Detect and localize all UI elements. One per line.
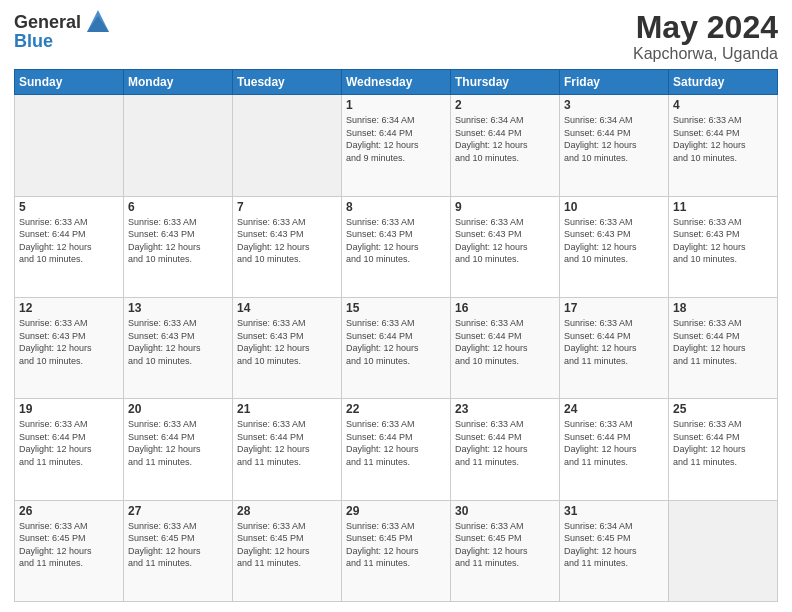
- calendar-day-header: Tuesday: [233, 70, 342, 95]
- day-info: Sunrise: 6:34 AM Sunset: 6:44 PM Dayligh…: [455, 114, 555, 164]
- day-number: 13: [128, 301, 228, 315]
- day-info: Sunrise: 6:33 AM Sunset: 6:43 PM Dayligh…: [19, 317, 119, 367]
- calendar-day-header: Friday: [560, 70, 669, 95]
- calendar-week-row: 12Sunrise: 6:33 AM Sunset: 6:43 PM Dayli…: [15, 297, 778, 398]
- day-number: 20: [128, 402, 228, 416]
- day-info: Sunrise: 6:33 AM Sunset: 6:44 PM Dayligh…: [455, 317, 555, 367]
- calendar-day-cell: 20Sunrise: 6:33 AM Sunset: 6:44 PM Dayli…: [124, 399, 233, 500]
- day-number: 10: [564, 200, 664, 214]
- day-info: Sunrise: 6:33 AM Sunset: 6:44 PM Dayligh…: [19, 216, 119, 266]
- calendar-day-cell: 11Sunrise: 6:33 AM Sunset: 6:43 PM Dayli…: [669, 196, 778, 297]
- day-number: 19: [19, 402, 119, 416]
- day-number: 2: [455, 98, 555, 112]
- calendar-day-cell: 6Sunrise: 6:33 AM Sunset: 6:43 PM Daylig…: [124, 196, 233, 297]
- calendar-day-cell: 2Sunrise: 6:34 AM Sunset: 6:44 PM Daylig…: [451, 95, 560, 196]
- day-info: Sunrise: 6:33 AM Sunset: 6:44 PM Dayligh…: [673, 114, 773, 164]
- calendar-day-header: Wednesday: [342, 70, 451, 95]
- day-info: Sunrise: 6:34 AM Sunset: 6:44 PM Dayligh…: [346, 114, 446, 164]
- calendar-day-cell: 5Sunrise: 6:33 AM Sunset: 6:44 PM Daylig…: [15, 196, 124, 297]
- calendar-day-cell: 12Sunrise: 6:33 AM Sunset: 6:43 PM Dayli…: [15, 297, 124, 398]
- day-number: 5: [19, 200, 119, 214]
- day-number: 18: [673, 301, 773, 315]
- day-info: Sunrise: 6:33 AM Sunset: 6:45 PM Dayligh…: [455, 520, 555, 570]
- calendar-day-header: Saturday: [669, 70, 778, 95]
- day-number: 7: [237, 200, 337, 214]
- day-info: Sunrise: 6:33 AM Sunset: 6:44 PM Dayligh…: [564, 317, 664, 367]
- calendar-day-cell: 8Sunrise: 6:33 AM Sunset: 6:43 PM Daylig…: [342, 196, 451, 297]
- calendar-week-row: 19Sunrise: 6:33 AM Sunset: 6:44 PM Dayli…: [15, 399, 778, 500]
- calendar-day-cell: 7Sunrise: 6:33 AM Sunset: 6:43 PM Daylig…: [233, 196, 342, 297]
- day-number: 4: [673, 98, 773, 112]
- calendar-day-cell: 9Sunrise: 6:33 AM Sunset: 6:43 PM Daylig…: [451, 196, 560, 297]
- page: General Blue May 2024 Kapchorwa, Uganda …: [0, 0, 792, 612]
- day-number: 31: [564, 504, 664, 518]
- calendar-day-cell: 3Sunrise: 6:34 AM Sunset: 6:44 PM Daylig…: [560, 95, 669, 196]
- day-number: 14: [237, 301, 337, 315]
- day-info: Sunrise: 6:33 AM Sunset: 6:45 PM Dayligh…: [128, 520, 228, 570]
- day-info: Sunrise: 6:33 AM Sunset: 6:44 PM Dayligh…: [346, 418, 446, 468]
- calendar-day-cell: 26Sunrise: 6:33 AM Sunset: 6:45 PM Dayli…: [15, 500, 124, 601]
- calendar-day-cell: 23Sunrise: 6:33 AM Sunset: 6:44 PM Dayli…: [451, 399, 560, 500]
- calendar-day-cell: [669, 500, 778, 601]
- location: Kapchorwa, Uganda: [633, 45, 778, 63]
- calendar-day-cell: 14Sunrise: 6:33 AM Sunset: 6:43 PM Dayli…: [233, 297, 342, 398]
- calendar-table: SundayMondayTuesdayWednesdayThursdayFrid…: [14, 69, 778, 602]
- day-info: Sunrise: 6:33 AM Sunset: 6:45 PM Dayligh…: [19, 520, 119, 570]
- calendar-day-cell: 15Sunrise: 6:33 AM Sunset: 6:44 PM Dayli…: [342, 297, 451, 398]
- day-info: Sunrise: 6:33 AM Sunset: 6:45 PM Dayligh…: [346, 520, 446, 570]
- calendar-week-row: 5Sunrise: 6:33 AM Sunset: 6:44 PM Daylig…: [15, 196, 778, 297]
- day-number: 27: [128, 504, 228, 518]
- calendar-day-cell: 27Sunrise: 6:33 AM Sunset: 6:45 PM Dayli…: [124, 500, 233, 601]
- day-number: 17: [564, 301, 664, 315]
- logo-general: General: [14, 12, 81, 32]
- day-number: 22: [346, 402, 446, 416]
- day-info: Sunrise: 6:33 AM Sunset: 6:43 PM Dayligh…: [673, 216, 773, 266]
- logo-blue: Blue: [14, 31, 53, 51]
- calendar-day-cell: 21Sunrise: 6:33 AM Sunset: 6:44 PM Dayli…: [233, 399, 342, 500]
- day-info: Sunrise: 6:33 AM Sunset: 6:44 PM Dayligh…: [455, 418, 555, 468]
- day-info: Sunrise: 6:33 AM Sunset: 6:44 PM Dayligh…: [19, 418, 119, 468]
- day-info: Sunrise: 6:33 AM Sunset: 6:44 PM Dayligh…: [564, 418, 664, 468]
- calendar-day-cell: 19Sunrise: 6:33 AM Sunset: 6:44 PM Dayli…: [15, 399, 124, 500]
- header: General Blue May 2024 Kapchorwa, Uganda: [14, 10, 778, 63]
- calendar-day-cell: [15, 95, 124, 196]
- day-number: 8: [346, 200, 446, 214]
- day-number: 26: [19, 504, 119, 518]
- day-number: 3: [564, 98, 664, 112]
- day-number: 28: [237, 504, 337, 518]
- calendar-day-cell: 31Sunrise: 6:34 AM Sunset: 6:45 PM Dayli…: [560, 500, 669, 601]
- day-number: 25: [673, 402, 773, 416]
- calendar-day-cell: 22Sunrise: 6:33 AM Sunset: 6:44 PM Dayli…: [342, 399, 451, 500]
- day-info: Sunrise: 6:33 AM Sunset: 6:43 PM Dayligh…: [128, 216, 228, 266]
- logo-icon: [83, 6, 113, 36]
- calendar-day-cell: 29Sunrise: 6:33 AM Sunset: 6:45 PM Dayli…: [342, 500, 451, 601]
- day-info: Sunrise: 6:33 AM Sunset: 6:44 PM Dayligh…: [673, 418, 773, 468]
- day-number: 11: [673, 200, 773, 214]
- calendar-day-header: Sunday: [15, 70, 124, 95]
- calendar-day-cell: [124, 95, 233, 196]
- calendar-day-cell: 16Sunrise: 6:33 AM Sunset: 6:44 PM Dayli…: [451, 297, 560, 398]
- day-number: 9: [455, 200, 555, 214]
- day-info: Sunrise: 6:33 AM Sunset: 6:44 PM Dayligh…: [128, 418, 228, 468]
- day-info: Sunrise: 6:33 AM Sunset: 6:43 PM Dayligh…: [564, 216, 664, 266]
- calendar-day-cell: 18Sunrise: 6:33 AM Sunset: 6:44 PM Dayli…: [669, 297, 778, 398]
- day-info: Sunrise: 6:33 AM Sunset: 6:43 PM Dayligh…: [455, 216, 555, 266]
- calendar-day-cell: 17Sunrise: 6:33 AM Sunset: 6:44 PM Dayli…: [560, 297, 669, 398]
- day-number: 6: [128, 200, 228, 214]
- day-info: Sunrise: 6:33 AM Sunset: 6:43 PM Dayligh…: [237, 216, 337, 266]
- day-number: 23: [455, 402, 555, 416]
- title-block: May 2024 Kapchorwa, Uganda: [633, 10, 778, 63]
- day-info: Sunrise: 6:33 AM Sunset: 6:43 PM Dayligh…: [237, 317, 337, 367]
- day-info: Sunrise: 6:33 AM Sunset: 6:45 PM Dayligh…: [237, 520, 337, 570]
- day-number: 15: [346, 301, 446, 315]
- calendar-day-cell: [233, 95, 342, 196]
- month-title: May 2024: [633, 10, 778, 45]
- day-info: Sunrise: 6:34 AM Sunset: 6:44 PM Dayligh…: [564, 114, 664, 164]
- svg-marker-1: [87, 16, 109, 32]
- day-number: 24: [564, 402, 664, 416]
- day-number: 12: [19, 301, 119, 315]
- day-number: 16: [455, 301, 555, 315]
- day-info: Sunrise: 6:33 AM Sunset: 6:44 PM Dayligh…: [673, 317, 773, 367]
- day-info: Sunrise: 6:33 AM Sunset: 6:43 PM Dayligh…: [346, 216, 446, 266]
- calendar-header-row: SundayMondayTuesdayWednesdayThursdayFrid…: [15, 70, 778, 95]
